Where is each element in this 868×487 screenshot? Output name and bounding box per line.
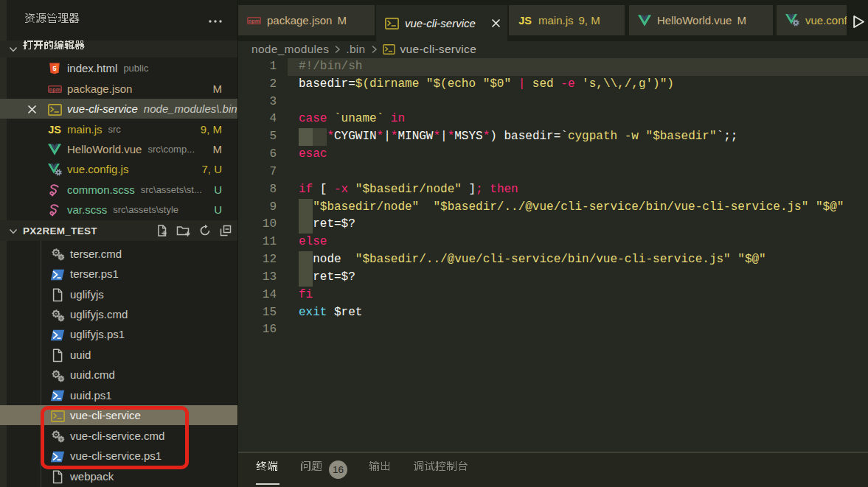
svg-text:npm: npm [249, 18, 260, 24]
svg-text:JS: JS [518, 15, 532, 27]
svg-text:JS: JS [48, 124, 61, 136]
svg-text:npm: npm [49, 87, 60, 93]
svg-text:5: 5 [52, 64, 57, 72]
